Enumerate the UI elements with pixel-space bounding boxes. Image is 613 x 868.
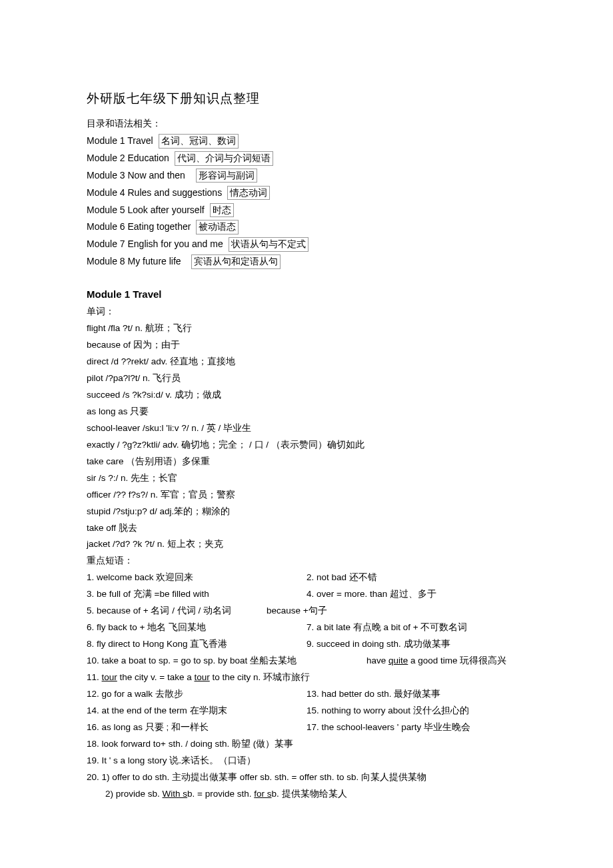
phrase-entry: 8. fly direct to Hong Kong 直飞香港 xyxy=(87,636,306,653)
phrases-label: 重点短语： xyxy=(87,553,526,570)
toc-grammar: 代词、介词与介词短语 xyxy=(175,151,273,166)
document-page: 外研版七年级下册知识点整理 目录和语法相关： Module 1 Travel 名… xyxy=(0,0,613,868)
vocab-entry: sir /s ?:/ n. 先生；长官 xyxy=(87,470,526,487)
phrase-entry: 2. not bad 还不错 xyxy=(306,570,526,586)
phrase-entry: 11. tour the city v. = take a tour to th… xyxy=(87,669,526,686)
vocab-label: 单词： xyxy=(87,304,526,320)
phrase-entry: 10. take a boat to sp. = go to sp. by bo… xyxy=(87,653,366,669)
phrase-row: 6. fly back to + 地名 飞回某地 7. a bit late 有… xyxy=(87,620,526,636)
toc-item-6: Module 6 Eating together 被动语态 xyxy=(87,218,526,236)
toc-module: Module 3 Now and then xyxy=(87,170,185,181)
phrase-row: 16. as long as 只要 ; 和一样长 17. the school-… xyxy=(87,719,526,736)
toc-header: 目录和语法相关： xyxy=(87,115,526,133)
toc-module: Module 6 Eating together xyxy=(87,221,191,232)
page-title: 外研版七年级下册知识点整理 xyxy=(87,87,526,110)
toc-grammar: 被动语态 xyxy=(196,220,239,234)
toc-grammar: 状语从句与不定式 xyxy=(229,237,308,252)
phrase-entry: have quite a good time 玩得很高兴 xyxy=(366,653,526,669)
phrase-entry: 3. be full of 充满 =be filled with xyxy=(87,586,306,603)
toc-module: Module 8 My future life xyxy=(87,256,181,266)
phrase-entry: 14. at the end of the term 在学期末 xyxy=(87,703,306,719)
toc-item-7: Module 7 English for you and me 状语从句与不定式 xyxy=(87,236,526,253)
toc-item-2: Module 2 Education 代词、介词与介词短语 xyxy=(87,150,526,167)
vocab-entry: stupid /?stju:p? d/ adj.笨的；糊涂的 xyxy=(87,504,526,520)
vocab-entry: take care （告别用语）多保重 xyxy=(87,454,526,470)
vocab-entry: as long as 只要 xyxy=(87,404,526,420)
vocab-entry: officer /?? f?s?/ n. 军官；官员；警察 xyxy=(87,487,526,504)
toc-module: Module 2 Education xyxy=(87,153,169,163)
toc-item-3: Module 3 Now and then 形容词与副词 xyxy=(87,167,526,185)
toc-item-8: Module 8 My future life 宾语从句和定语从句 xyxy=(87,253,526,270)
toc-grammar: 时态 xyxy=(210,203,234,218)
module-1-heading: Module 1 Travel xyxy=(87,285,526,304)
vocab-entry: direct /d ??rekt/ adv. 径直地；直接地 xyxy=(87,354,526,370)
phrase-entry: 18. look forward to+ sth. / doing sth. 盼… xyxy=(87,736,526,753)
phrase-entry: 1. welcome back 欢迎回来 xyxy=(87,570,306,586)
vocab-entry: school-leaver /sku:l 'li:v ?/ n. / 英 / 毕… xyxy=(87,420,526,437)
toc-module: Module 7 English for you and me xyxy=(87,238,223,249)
vocab-entry: flight /fla ?t/ n. 航班；飞行 xyxy=(87,320,526,337)
toc-module: Module 4 Rules and suggestions xyxy=(87,187,222,198)
toc-grammar: 情态动词 xyxy=(227,186,270,201)
phrase-row: 1. welcome back 欢迎回来 2. not bad 还不错 xyxy=(87,570,526,586)
phrase-entry: 13. had better do sth. 最好做某事 xyxy=(306,686,526,703)
vocab-entry: exactly / ?g?z?ktli/ adv. 确切地；完全； / 口 / … xyxy=(87,437,526,454)
phrase-entry: 9. succeed in doing sth. 成功做某事 xyxy=(306,636,526,653)
phrase-row: 14. at the end of the term 在学期末 15. noth… xyxy=(87,703,526,719)
phrase-row: 5. because of + 名词 / 代词 / 动名词 because +句… xyxy=(87,603,526,620)
toc-item-5: Module 5 Look after yourself 时态 xyxy=(87,202,526,219)
vocab-entry: because of 因为；由于 xyxy=(87,337,526,354)
toc-module: Module 1 Travel xyxy=(87,135,153,146)
phrase-row: 12. go for a walk 去散步 13. had better do … xyxy=(87,686,526,703)
phrase-entry: 20. 1) offer to do sth. 主动提出做某事 offer sb… xyxy=(87,769,526,786)
phrase-entry: 5. because of + 名词 / 代词 / 动名词 xyxy=(87,603,267,620)
phrase-row: 10. take a boat to sp. = go to sp. by bo… xyxy=(87,653,526,669)
toc-grammar: 名词、冠词、数词 xyxy=(159,134,239,149)
toc-module: Module 5 Look after yourself xyxy=(87,205,205,215)
vocab-entry: pilot /?pa?l?t/ n. 飞行员 xyxy=(87,370,526,387)
phrase-row: 8. fly direct to Hong Kong 直飞香港 9. succe… xyxy=(87,636,526,653)
vocab-entry: succeed /s ?k?si:d/ v. 成功；做成 xyxy=(87,387,526,404)
phrase-entry: 17. the school-leavers ' party 毕业生晚会 xyxy=(306,719,526,736)
vocab-entry: jacket /?d? ?k ?t/ n. 短上衣；夹克 xyxy=(87,536,526,553)
phrase-entry: 4. over = more. than 超过、多于 xyxy=(306,586,526,603)
toc-grammar: 宾语从句和定语从句 xyxy=(191,254,281,269)
phrase-entry: 2) provide sb. With sb. = provide sth. f… xyxy=(87,786,526,803)
toc-grammar: 形容词与副词 xyxy=(196,169,257,183)
phrase-entry: 12. go for a walk 去散步 xyxy=(87,686,306,703)
phrase-entry: 15. nothing to worry about 没什么担心的 xyxy=(306,703,526,719)
toc-item-4: Module 4 Rules and suggestions 情态动词 xyxy=(87,185,526,202)
phrase-entry: 16. as long as 只要 ; 和一样长 xyxy=(87,719,306,736)
phrase-entry: because +句子 xyxy=(267,603,526,620)
phrase-entry: 7. a bit late 有点晚 a bit of + 不可数名词 xyxy=(306,620,526,636)
phrase-row: 3. be full of 充满 =be filled with 4. over… xyxy=(87,586,526,603)
vocab-entry: take off 脱去 xyxy=(87,520,526,537)
phrase-entry: 6. fly back to + 地名 飞回某地 xyxy=(87,620,306,636)
toc-item-1: Module 1 Travel 名词、冠词、数词 xyxy=(87,133,526,150)
phrase-entry: 19. It ' s a long story 说.来话长。（口语） xyxy=(87,753,526,769)
